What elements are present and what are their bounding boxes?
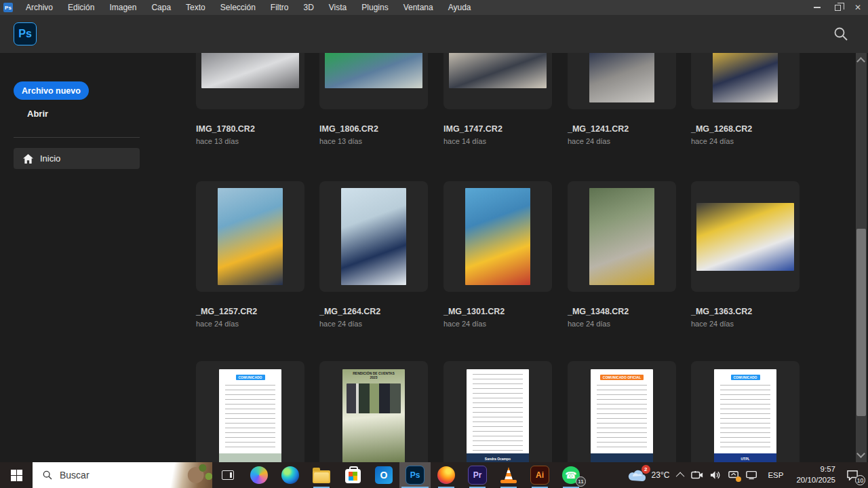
scrollbar-thumb[interactable]: [856, 229, 866, 416]
home-header: Ps: [0, 15, 868, 53]
taskbar-app-firefox[interactable]: [431, 462, 462, 488]
file-thumbnail: COMUNICADOUTPL: [691, 361, 800, 462]
taskbar-app-whatsapp[interactable]: 11: [555, 462, 587, 488]
taskbar-app-vlc[interactable]: [493, 462, 524, 488]
file-thumbnail: [319, 53, 428, 109]
weather-button[interactable]: 2: [623, 462, 650, 488]
taskbar-app-illustrator[interactable]: Ai: [524, 462, 555, 488]
date-label: 20/10/2025: [796, 475, 835, 486]
recent-file-card[interactable]: IMG_1747.CR2 hace 14 días: [443, 53, 552, 145]
thumbnail-image: COMUNICADO OFICIAL: [591, 369, 653, 463]
taskbar-app-edge[interactable]: [275, 462, 306, 488]
recent-file-card[interactable]: COMUNICADO OFICIAL: [568, 361, 676, 462]
search-icon[interactable]: [833, 26, 849, 42]
file-age: hace 24 días: [196, 320, 304, 328]
menu-item-filtro[interactable]: Filtro: [263, 0, 296, 15]
chevron-down-icon[interactable]: [856, 449, 865, 458]
taskbar-app-premiere[interactable]: Pr: [462, 462, 493, 488]
recent-file-card[interactable]: IMG_1806.CR2 hace 13 días: [319, 53, 428, 145]
restore-button[interactable]: [827, 0, 848, 15]
menu-item-capa[interactable]: Capa: [144, 0, 178, 15]
doc-text-lines: [225, 383, 275, 451]
thumbnail-image: [325, 53, 422, 88]
open-button[interactable]: Abrir: [27, 109, 48, 119]
search-box-sloth-image[interactable]: [169, 462, 212, 488]
file-name: _MG_1241.CR2: [568, 124, 676, 134]
file-age: hace 24 días: [691, 137, 800, 145]
sidebar-divider: [14, 137, 140, 138]
thumbnail-image: COMUNICADO: [219, 369, 281, 463]
menu-item-plugins[interactable]: Plugins: [354, 0, 395, 15]
tray-app-button[interactable]: [725, 462, 743, 488]
file-thumbnail: COMUNICADO: [196, 361, 304, 462]
menu-item-ayuda[interactable]: Ayuda: [441, 0, 479, 15]
thumbnail-image: RENDICIÓN DE CUENTAS 2023: [342, 369, 405, 463]
temperature-label[interactable]: 23°C: [650, 470, 675, 480]
doc-footer: UTPL: [714, 453, 776, 463]
home-icon: [23, 154, 33, 164]
taskbar-app-outlook[interactable]: O: [368, 462, 399, 488]
file-thumbnail: Sandra Ocampo: [443, 361, 552, 462]
task-view-button[interactable]: [212, 462, 243, 488]
menu-item-edición[interactable]: Edición: [60, 0, 102, 15]
recent-file-card[interactable]: Sandra Ocampo: [443, 361, 552, 462]
volume-button[interactable]: [707, 462, 725, 488]
search-icon: [42, 470, 53, 481]
recent-file-card[interactable]: _MG_1257.CR2 hace 24 días: [196, 181, 304, 328]
taskbar-clock[interactable]: 9:57 20/10/2025: [789, 464, 842, 485]
taskbar-app-photoshop[interactable]: Ps: [399, 462, 431, 488]
recent-file-card[interactable]: _MG_1348.CR2 hace 24 días: [568, 181, 676, 328]
outlook-icon: O: [375, 466, 393, 484]
sidebar-item-home[interactable]: Inicio: [14, 148, 140, 169]
menu-item-texto[interactable]: Texto: [178, 0, 213, 15]
close-button[interactable]: ✕: [848, 0, 868, 15]
photoshop-taskicon-mini: Ps: [3, 3, 13, 12]
microsoft-store-icon: [345, 469, 361, 483]
file-thumbnail: [319, 181, 428, 292]
taskbar-search-box[interactable]: Buscar: [33, 462, 212, 488]
file-name: _MG_1348.CR2: [568, 307, 676, 316]
menu-item-3d[interactable]: 3D: [296, 0, 321, 15]
recent-file-card[interactable]: _MG_1363.CR2 hace 24 días: [691, 181, 800, 328]
recent-file-card[interactable]: _MG_1264.CR2 hace 24 días: [319, 181, 428, 328]
file-name: IMG_1806.CR2: [319, 124, 428, 134]
task-view-icon: [222, 470, 234, 480]
recent-file-card[interactable]: _MG_1268.CR2 hace 24 días: [691, 53, 800, 145]
recent-file-card[interactable]: RENDICIÓN DE CUENTAS 2023: [319, 361, 428, 462]
taskbar-app-microsoft-store[interactable]: [337, 462, 368, 488]
recent-file-card[interactable]: COMUNICADO: [196, 361, 304, 462]
meet-now-button[interactable]: [688, 462, 707, 488]
scrollbar[interactable]: [856, 53, 867, 462]
recent-file-card[interactable]: _MG_1301.CR2 hace 24 días: [443, 181, 552, 328]
recent-file-card[interactable]: IMG_1780.CR2 hace 13 días: [196, 53, 304, 145]
language-indicator[interactable]: ESP: [762, 471, 789, 479]
doc-footer: [219, 453, 281, 463]
file-age: hace 24 días: [443, 320, 552, 328]
chevron-up-icon[interactable]: [856, 57, 865, 66]
menu-item-ventana[interactable]: Ventana: [396, 0, 441, 15]
taskbar-app-copilot[interactable]: [243, 462, 275, 488]
taskbar-app-file-explorer[interactable]: [306, 462, 337, 488]
thumbnail-image: COMUNICADOUTPL: [714, 369, 776, 463]
start-button[interactable]: [0, 462, 33, 488]
system-tray: 2 23°C: [623, 462, 868, 488]
recent-file-card[interactable]: _MG_1241.CR2 hace 24 días: [568, 53, 676, 145]
minimize-button[interactable]: [807, 0, 827, 15]
network-button[interactable]: [743, 462, 762, 488]
firefox-icon: [437, 466, 455, 484]
windows-taskbar: Buscar OPsPrAi11 2 23°C: [0, 462, 868, 488]
file-thumbnail: [443, 53, 552, 109]
home-content: Archivo nuevo Abrir Inicio IMG_1780.CR2 …: [0, 53, 868, 462]
thumbnail-image: [713, 53, 778, 102]
menu-item-imagen[interactable]: Imagen: [102, 0, 144, 15]
new-file-button[interactable]: Archivo nuevo: [14, 81, 89, 100]
hidden-icons-button[interactable]: [675, 462, 688, 488]
menu-item-archivo[interactable]: Archivo: [18, 0, 60, 15]
recent-file-card[interactable]: COMUNICADOUTPL: [691, 361, 800, 462]
doc-text-lines: [473, 372, 523, 451]
taskbar-apps: OPsPrAi11: [243, 462, 587, 488]
unread-count-badge: 11: [576, 476, 586, 487]
menu-item-vista[interactable]: Vista: [321, 0, 354, 15]
notification-center-button[interactable]: 10: [842, 462, 868, 488]
menu-item-selección[interactable]: Selección: [213, 0, 263, 15]
